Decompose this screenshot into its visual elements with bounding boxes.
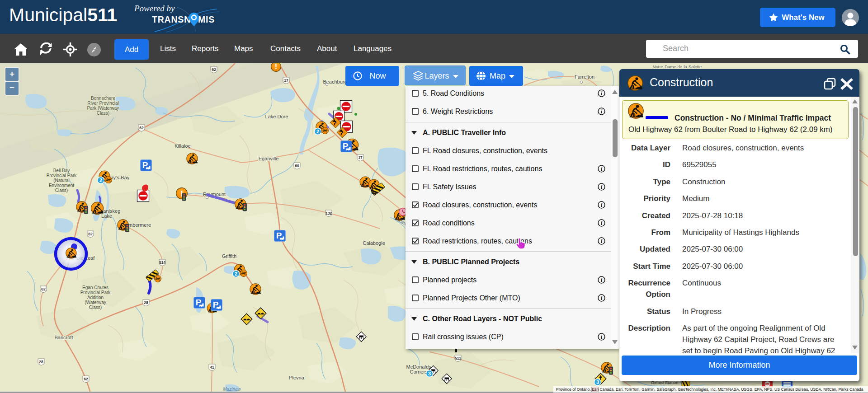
svg-text:i: i: [601, 202, 603, 208]
svg-text:(Natural: (Natural: [53, 178, 70, 183]
svg-text:2: 2: [316, 129, 319, 134]
svg-text:Griffith: Griffith: [222, 253, 236, 259]
svg-text:i: i: [601, 109, 603, 114]
svg-text:62: 62: [139, 126, 144, 130]
svg-text:Lake: Lake: [101, 213, 112, 219]
svg-text:62: 62: [41, 287, 46, 291]
svg-text:Killaloe: Killaloe: [175, 143, 190, 149]
svg-text:514: 514: [159, 260, 165, 265]
svg-text:Lake Dore: Lake Dore: [265, 114, 288, 119]
svg-text:Bancroft: Bancroft: [55, 335, 73, 340]
svg-text:3: 3: [596, 379, 599, 385]
svg-text:River Provincial: River Provincial: [87, 101, 118, 106]
svg-text:Provincial Park: Provincial Park: [80, 290, 111, 295]
svg-text:i: i: [601, 220, 603, 226]
svg-text:511: 511: [455, 356, 461, 360]
svg-text:Eganville: Eganville: [259, 156, 279, 161]
svg-text:Egan Chutes: Egan Chutes: [82, 285, 108, 290]
svg-text:Calabogie: Calabogie: [363, 240, 385, 246]
svg-text:Provincial Park: Provincial Park: [47, 173, 77, 178]
svg-text:17: 17: [358, 155, 363, 160]
svg-text:i: i: [601, 239, 603, 244]
svg-text:Class): Class): [89, 305, 102, 310]
svg-text:60: 60: [295, 164, 299, 168]
svg-text:i: i: [601, 295, 603, 301]
svg-text:Park (Waterway: Park (Waterway: [87, 106, 119, 111]
svg-text:41: 41: [210, 365, 214, 370]
svg-text:i: i: [601, 184, 603, 190]
svg-text:Plevna: Plevna: [289, 375, 305, 380]
svg-text:Corners: Corners: [410, 369, 428, 374]
svg-text:62: 62: [88, 232, 93, 236]
svg-text:Bell Bay: Bell Bay: [53, 168, 70, 173]
svg-text:i: i: [601, 91, 603, 96]
svg-text:28: 28: [39, 360, 43, 364]
svg-text:Notre-Dame-de-la-Salette: Notre-Dame-de-la-Salette: [653, 64, 702, 69]
svg-text:i: i: [601, 277, 603, 283]
svg-text:Addition: Addition: [87, 295, 104, 300]
svg-text:Class): Class): [55, 188, 68, 193]
svg-text:3: 3: [428, 371, 431, 376]
svg-text:i: i: [601, 334, 603, 340]
svg-text:17: 17: [284, 78, 288, 83]
svg-text:Farrelton: Farrelton: [575, 74, 594, 80]
svg-text:Class): Class): [97, 111, 109, 116]
svg-text:62: 62: [212, 67, 216, 72]
svg-text:(Waterway: (Waterway: [85, 300, 106, 305]
svg-text:Environment: Environment: [49, 183, 74, 188]
svg-text:i: i: [601, 166, 603, 172]
svg-text:2: 2: [99, 178, 102, 183]
svg-text:Bonnechere: Bonnechere: [91, 96, 115, 101]
svg-text:132: 132: [326, 211, 332, 215]
svg-text:2: 2: [235, 271, 237, 276]
svg-text:62: 62: [84, 377, 88, 381]
svg-text:28: 28: [144, 300, 148, 305]
